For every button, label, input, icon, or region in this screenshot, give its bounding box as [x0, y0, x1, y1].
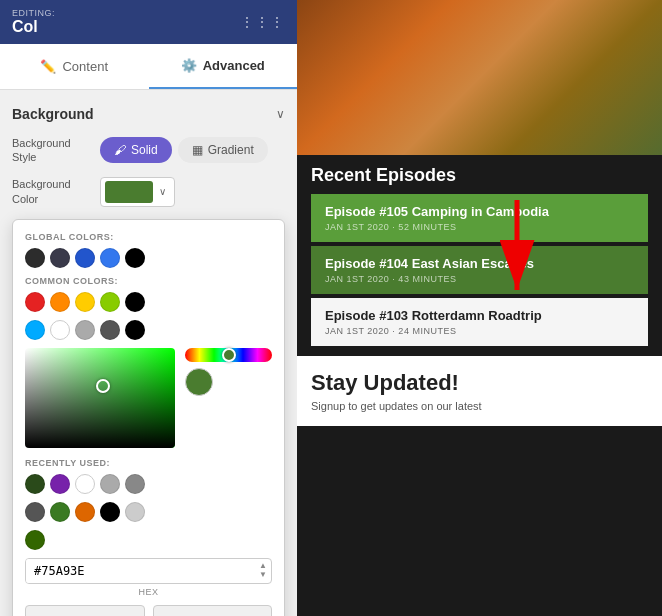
editor-title: Col: [12, 18, 55, 36]
solid-style-button[interactable]: 🖌 Solid: [100, 137, 172, 163]
common-color-red[interactable]: [25, 292, 45, 312]
stay-updated-section: Stay Updated! Signup to get updates on o…: [297, 356, 662, 426]
common-color-orange[interactable]: [50, 292, 70, 312]
hex-input-area: ▲ ▼ HEX: [25, 558, 272, 597]
episode-title-3: Episode #103 Rotterdamn Roadtrip: [325, 308, 634, 323]
background-section-header: Background ∨: [12, 106, 285, 122]
color-preview-row: [185, 368, 272, 396]
common-color-silver[interactable]: [75, 320, 95, 340]
chevron-down-swatch-icon: ∨: [159, 186, 166, 197]
common-colors-row2: [25, 320, 272, 340]
gradient-icon: ▦: [192, 143, 203, 157]
common-color-green[interactable]: [100, 292, 120, 312]
color-swatch-button[interactable]: ∨: [100, 177, 175, 207]
editor-header: EDITING: Col ⋮⋮⋮: [0, 0, 297, 44]
color-swatch: [105, 181, 153, 203]
hue-slider[interactable]: [185, 348, 272, 362]
gradient-style-button[interactable]: ▦ Gradient: [178, 137, 268, 163]
recent-color-10[interactable]: [125, 502, 145, 522]
common-color-blue[interactable]: [25, 320, 45, 340]
common-colors-label: COMMON COLORS:: [25, 276, 272, 286]
hex-up-arrow[interactable]: ▲: [259, 562, 267, 570]
editor-panel: EDITING: Col ⋮⋮⋮ ✏️ Content ⚙️ Advanced …: [0, 0, 297, 616]
episode-title-1: Episode #105 Camping in Cambodia: [325, 204, 634, 219]
background-style-label: Background Style: [12, 136, 92, 165]
global-color-3[interactable]: [75, 248, 95, 268]
recent-color-7[interactable]: [50, 502, 70, 522]
recently-used-row3: [25, 530, 272, 550]
chevron-down-icon[interactable]: ∨: [276, 107, 285, 121]
recent-color-6[interactable]: [25, 502, 45, 522]
hue-thumb: [222, 348, 236, 362]
tabs-bar: ✏️ Content ⚙️ Advanced: [0, 44, 297, 90]
pencil-icon: ✏️: [40, 59, 56, 74]
common-color-darkgray[interactable]: [100, 320, 120, 340]
global-color-1[interactable]: [25, 248, 45, 268]
stay-updated-title: Stay Updated!: [311, 370, 648, 396]
picker-area: [25, 348, 272, 448]
common-color-black1[interactable]: [125, 292, 145, 312]
close-button[interactable]: ✕ Close: [153, 605, 273, 616]
recently-used-label: RECENTLY USED:: [25, 458, 272, 468]
recent-color-4[interactable]: [100, 474, 120, 494]
recent-color-8[interactable]: [75, 502, 95, 522]
common-color-yellow[interactable]: [75, 292, 95, 312]
episode-meta-3: JAN 1ST 2020 · 24 MINUTES: [325, 326, 634, 336]
recently-used-row2: [25, 502, 272, 522]
recent-episodes-section: Recent Episodes Episode #105 Camping in …: [297, 155, 662, 356]
color-preview-circle: [185, 368, 213, 396]
episode-meta-1: JAN 1ST 2020 · 52 MINUTES: [325, 222, 634, 232]
background-style-row: Background Style 🖌 Solid ▦ Gradient: [12, 136, 285, 165]
advanced-tab-label: Advanced: [203, 58, 265, 73]
global-color-2[interactable]: [50, 248, 70, 268]
editing-label: EDITING:: [12, 8, 55, 18]
preview-panel: Recent Episodes Episode #105 Camping in …: [297, 0, 662, 616]
recently-used-row1: [25, 474, 272, 494]
clear-button[interactable]: Clear: [25, 605, 145, 616]
editor-header-info: EDITING: Col: [12, 8, 55, 36]
episode-card-2[interactable]: Episode #104 East Asian Escapes JAN 1ST …: [311, 246, 648, 294]
picker-right: [185, 348, 272, 448]
common-color-black2[interactable]: [125, 320, 145, 340]
content-tab-label: Content: [62, 59, 108, 74]
recent-color-2[interactable]: [50, 474, 70, 494]
recent-color-9[interactable]: [100, 502, 120, 522]
hex-down-arrow[interactable]: ▼: [259, 571, 267, 579]
stay-updated-sub: Signup to get updates on our latest: [311, 400, 648, 412]
episode-title-2: Episode #104 East Asian Escapes: [325, 256, 634, 271]
background-color-label: Background Color: [12, 177, 92, 206]
recent-color-11[interactable]: [25, 530, 45, 550]
global-colors-row: [25, 248, 272, 268]
hex-row: ▲ ▼: [25, 558, 272, 584]
dots-icon[interactable]: ⋮⋮⋮: [240, 14, 285, 30]
hex-arrows: ▲ ▼: [255, 560, 271, 581]
brush-icon: 🖌: [114, 143, 126, 157]
background-color-row: Background Color ∨: [12, 177, 285, 207]
hero-image: [297, 0, 662, 155]
recent-color-3[interactable]: [75, 474, 95, 494]
gradient-label: Gradient: [208, 143, 254, 157]
episode-meta-2: JAN 1ST 2020 · 43 MINUTES: [325, 274, 634, 284]
background-section-title: Background: [12, 106, 94, 122]
global-colors-label: GLOBAL COLORS:: [25, 232, 272, 242]
global-color-5[interactable]: [125, 248, 145, 268]
solid-label: Solid: [131, 143, 158, 157]
picker-buttons: Clear ✕ Close: [25, 605, 272, 616]
style-buttons: 🖌 Solid ▦ Gradient: [100, 137, 268, 163]
tab-advanced[interactable]: ⚙️ Advanced: [149, 44, 298, 89]
hex-label: HEX: [138, 587, 158, 597]
hex-input[interactable]: [26, 559, 255, 583]
picker-circle[interactable]: [96, 379, 110, 393]
recent-color-5[interactable]: [125, 474, 145, 494]
common-color-white[interactable]: [50, 320, 70, 340]
sliders-icon: ⚙️: [181, 58, 197, 73]
color-picker-popup: GLOBAL COLORS: COMMON COLORS:: [12, 219, 285, 616]
recent-color-1[interactable]: [25, 474, 45, 494]
tab-content[interactable]: ✏️ Content: [0, 44, 149, 89]
global-color-4[interactable]: [100, 248, 120, 268]
section-title: Recent Episodes: [311, 165, 648, 186]
gradient-canvas[interactable]: [25, 348, 175, 448]
episode-card-1[interactable]: Episode #105 Camping in Cambodia JAN 1ST…: [311, 194, 648, 242]
episode-card-3[interactable]: Episode #103 Rotterdamn Roadtrip JAN 1ST…: [311, 298, 648, 346]
editor-content: Background ∨ Background Style 🖌 Solid ▦ …: [0, 90, 297, 616]
